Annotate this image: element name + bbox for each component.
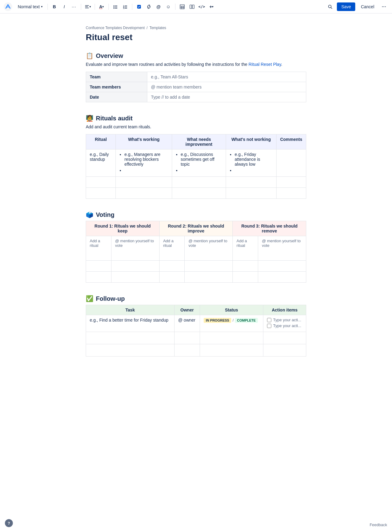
voting-empty-cell[interactable] (185, 272, 233, 283)
voting-empty-cell[interactable] (111, 272, 159, 283)
followup-empty-cell[interactable] (86, 332, 175, 344)
voting-empty-cell[interactable] (185, 261, 233, 272)
numbered-list-button[interactable]: 1. 2. 3. (121, 2, 130, 11)
search-button[interactable] (326, 2, 334, 11)
action-checkbox-1[interactable] (267, 318, 271, 322)
voting-r2-vote[interactable]: @ mention yourself to vote (185, 236, 233, 261)
followup-status-cell[interactable]: IN PROGRESS/COMPLETE (200, 315, 263, 332)
overview-row-value[interactable]: Type // to add a date (147, 92, 306, 102)
audit-empty-cell[interactable] (226, 188, 276, 199)
voting-r1-vote[interactable]: @ mention yourself to vote (111, 236, 159, 261)
status-badge-inprogress: IN PROGRESS (204, 318, 231, 323)
svg-rect-23 (192, 5, 194, 9)
emoji-button[interactable]: ☺ (164, 2, 173, 11)
rituals-audit-table: RitualWhat's workingWhat needs improveme… (86, 134, 306, 199)
toolbar: Normal text ▾ B I ··· ▾ A ▾ 1. (0, 0, 392, 13)
bold-button[interactable]: B (50, 2, 59, 11)
followup-empty-cell[interactable] (174, 332, 200, 344)
audit-empty-cell[interactable] (86, 177, 116, 188)
table-insert-button[interactable] (178, 2, 187, 11)
voting-empty-cell[interactable] (159, 261, 185, 272)
audit-comments-cell[interactable] (276, 149, 306, 177)
audit-col-header: What needs improvement (172, 134, 226, 149)
voting-empty-cell[interactable] (233, 272, 258, 283)
mention-button[interactable]: @ (154, 2, 163, 11)
audit-col-header: What's working (116, 134, 172, 149)
followup-actions-cell[interactable]: Type your acti... Type your acti... (263, 315, 306, 332)
audit-needs-improvement-cell[interactable]: e.g., Discussions sometimes get off topi… (172, 149, 226, 177)
voting-empty-cell[interactable] (258, 261, 306, 272)
italic-button[interactable]: I (60, 2, 69, 11)
bullet-list-button[interactable] (111, 2, 120, 11)
voting-r1-ritual[interactable]: Add a ritual (86, 236, 111, 261)
voting-r3-ritual[interactable]: Add a ritual (233, 236, 258, 261)
voting-r3-vote[interactable]: @ mention yourself to vote (258, 236, 306, 261)
voting-icon: 🗳️ (86, 211, 93, 218)
breadcrumb-sep: / (147, 26, 148, 30)
voting-empty-cell[interactable] (159, 272, 185, 283)
table-row (86, 272, 306, 283)
followup-empty-cell[interactable] (86, 344, 175, 357)
search-icon (328, 4, 333, 9)
chevron-down-icon: ▾ (41, 5, 43, 8)
text-color-button[interactable]: A ▾ (97, 2, 106, 11)
voting-empty-cell[interactable] (233, 261, 258, 272)
followup-empty-cell[interactable] (200, 332, 263, 344)
more-formatting-button[interactable]: ··· (70, 2, 78, 11)
breadcrumb-part2[interactable]: Templates (149, 26, 166, 30)
voting-r2-ritual[interactable]: Add a ritual (159, 236, 185, 261)
audit-empty-cell[interactable] (116, 177, 172, 188)
table-row: Add a ritual@ mention yourself to voteAd… (86, 236, 306, 261)
save-button[interactable]: Save (337, 2, 355, 11)
audit-working-cell[interactable]: e.g., Managers are resolving blockers ef… (116, 149, 172, 177)
followup-empty-cell[interactable] (263, 332, 306, 344)
svg-rect-22 (190, 5, 192, 9)
overview-row-value[interactable]: e.g., Team All-Stars (147, 72, 306, 82)
followup-empty-cell[interactable] (200, 344, 263, 357)
audit-empty-cell[interactable] (276, 177, 306, 188)
voting-empty-cell[interactable] (86, 272, 111, 283)
overview-description: Evaluate and improve team routines and a… (86, 62, 306, 67)
divider-6 (175, 4, 175, 10)
code-button[interactable]: </> (198, 2, 206, 11)
link-icon (146, 4, 151, 9)
link-button[interactable] (145, 2, 153, 11)
divider-3 (95, 4, 95, 10)
task-button[interactable] (135, 2, 143, 11)
cancel-button[interactable]: Cancel (358, 2, 377, 11)
overview-link[interactable]: Ritual Reset Play (249, 62, 281, 67)
action-text-1[interactable]: Type your acti... (273, 318, 301, 322)
breadcrumb-part1[interactable]: Confluence Templates Development (86, 26, 145, 30)
action-text-2[interactable]: Type your acti... (273, 323, 301, 328)
page-title[interactable]: Ritual reset (86, 32, 306, 42)
text-format-dropdown[interactable]: Normal text ▾ (15, 3, 45, 10)
overview-row-label: Date (86, 92, 147, 102)
audit-empty-cell[interactable] (116, 188, 172, 199)
voting-empty-cell[interactable] (111, 261, 159, 272)
action-item-1: Type your acti... (267, 318, 302, 322)
action-checkbox-2[interactable] (267, 324, 271, 328)
voting-empty-cell[interactable] (86, 261, 111, 272)
voting-empty-cell[interactable] (258, 272, 306, 283)
audit-empty-cell[interactable] (172, 188, 226, 199)
align-button[interactable]: ▾ (84, 2, 92, 11)
audit-empty-cell[interactable] (276, 188, 306, 199)
followup-task-cell[interactable]: e.g., Find a better time for Friday stan… (86, 315, 175, 332)
audit-ritual-cell[interactable]: e.g., Daily standup (86, 149, 116, 177)
overflow-menu-button[interactable]: ··· (380, 2, 388, 11)
overview-table: Teame.g., Team All-StarsTeam members@ me… (86, 72, 306, 102)
followup-owner-cell[interactable]: @ owner (174, 315, 200, 332)
followup-empty-cell[interactable] (263, 344, 306, 357)
followup-col-header: Action items (263, 305, 306, 315)
followup-empty-cell[interactable] (174, 344, 200, 357)
table-row: e.g., Find a better time for Friday stan… (86, 315, 306, 332)
overview-row-value[interactable]: @ mention team members (147, 82, 306, 92)
audit-not-working-cell[interactable]: e.g., Friday attendance is always low (226, 149, 276, 177)
bullet-list-icon (113, 4, 118, 9)
columns-button[interactable] (188, 2, 196, 11)
audit-empty-cell[interactable] (86, 188, 116, 199)
audit-empty-cell[interactable] (172, 177, 226, 188)
audit-empty-cell[interactable] (226, 177, 276, 188)
insert-button[interactable]: + ▾ (207, 2, 216, 11)
chevron-align-icon: ▾ (89, 5, 91, 8)
